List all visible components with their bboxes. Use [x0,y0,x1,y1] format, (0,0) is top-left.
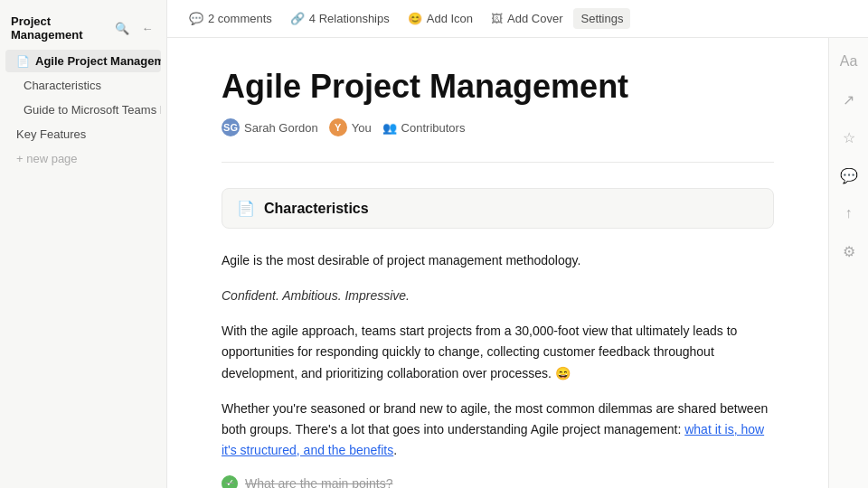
relationships-button[interactable]: 🔗 4 Relationships [283,8,397,29]
article-link[interactable]: what it is, how it's structured, and the… [222,422,764,457]
sidebar: Project Management 🔍 ← 📄 Agile Project M… [0,0,167,488]
content-area: Agile Project Management SG Sarah Gordon… [167,38,828,488]
document-icon: 📄 [237,200,255,217]
sidebar-title: Project Management [11,14,112,42]
upload-icon[interactable]: ↑ [836,201,862,226]
settings-panel-icon[interactable]: ⚙ [836,239,862,264]
authors-row: SG Sarah Gordon Y You 👥 Contributors [222,118,774,136]
add-icon-button[interactable]: 😊 Add Icon [401,8,480,29]
checkbox-1[interactable]: ✓ [222,475,238,488]
checklist: ✓ What are the main points? Where is the… [222,475,774,488]
contributors-icon: 👥 [382,121,397,135]
relationships-icon: 🔗 [290,12,305,25]
right-panel: Aa ↗ ☆ 💬 ↑ ⚙ [828,38,868,488]
avatar-you: Y [329,118,347,136]
comment-panel-icon[interactable]: 💬 [836,163,862,188]
sidebar-item-agile-pm[interactable]: 📄 Agile Project Management [5,50,161,72]
comment-icon: 💬 [189,12,203,25]
page-title: Agile Project Management [222,67,774,106]
author-contributors[interactable]: 👥 Contributors [382,121,466,135]
font-size-icon[interactable]: Aa [836,49,862,74]
search-icon[interactable]: 🔍 [112,18,132,38]
paragraph-4: Whether you're seasoned or brand new to … [222,399,774,461]
sidebar-item-characteristics[interactable]: Characteristics [5,74,161,97]
image-icon: 🖼 [491,12,503,25]
share-icon[interactable]: ↗ [836,87,862,112]
avatar-sarah: SG [222,118,240,136]
main-area: 💬 2 comments 🔗 4 Relationships 😊 Add Ico… [167,0,868,488]
checklist-item-1[interactable]: ✓ What are the main points? [222,475,774,488]
author-you[interactable]: Y You [329,118,372,136]
comments-button[interactable]: 💬 2 comments [182,8,279,29]
collapse-sidebar-icon[interactable]: ← [137,18,157,38]
emoji-icon: 😊 [408,12,422,25]
paragraph-3: With the agile approach, teams start pro… [222,321,774,383]
sidebar-item-new-page[interactable]: + new page [5,147,161,170]
content-wrap: Agile Project Management SG Sarah Gordon… [167,38,868,488]
settings-button[interactable]: Settings [573,8,630,29]
author-sarah-gordon[interactable]: SG Sarah Gordon [222,118,318,136]
section-heading: Characteristics [264,201,369,217]
sidebar-item-guide-teams[interactable]: Guide to Microsoft Teams Project... [5,99,161,121]
characteristics-section-card: 📄 Characteristics [222,188,774,229]
paragraph-1: Agile is the most desirable of project m… [222,250,774,271]
add-cover-button[interactable]: 🖼 Add Cover [484,8,570,29]
sidebar-actions: 🔍 ← [112,18,157,38]
paragraph-italic: Confident. Ambitious. Impressive. [222,286,774,306]
sidebar-header: Project Management 🔍 ← [0,7,166,45]
divider [222,162,774,163]
star-icon[interactable]: ☆ [836,125,862,150]
page-icon: 📄 [16,55,30,68]
sidebar-item-key-features[interactable]: Key Features [5,123,161,145]
toolbar: 💬 2 comments 🔗 4 Relationships 😊 Add Ico… [167,0,868,38]
